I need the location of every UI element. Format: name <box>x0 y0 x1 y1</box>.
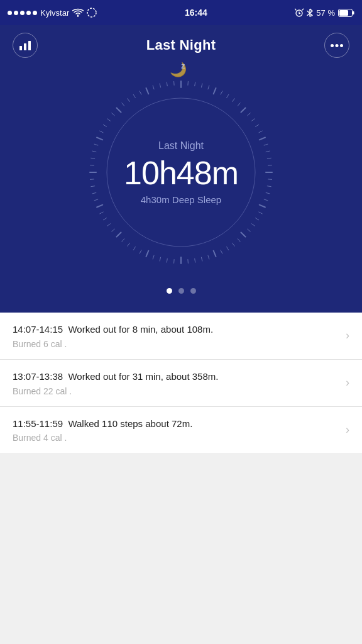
chevron-right-icon-1: › <box>346 329 349 342</box>
activity-description-1: 14:07-14:15 Worked out for 8 min, about … <box>13 323 339 336</box>
page-dot-3[interactable] <box>190 288 196 294</box>
svg-line-58 <box>146 251 149 257</box>
activity-list: 14:07-14:15 Worked out for 8 min, about … <box>0 313 362 453</box>
sleep-label: Last Night <box>124 140 238 152</box>
svg-line-65 <box>107 224 111 226</box>
svg-line-83 <box>116 108 121 112</box>
svg-line-56 <box>160 257 160 261</box>
status-right: 57 % <box>295 8 354 18</box>
activity-description-3: 11:55-11:59 Walked 110 steps about 72m. <box>13 417 339 431</box>
svg-line-20 <box>227 94 229 97</box>
svg-line-64 <box>112 229 115 231</box>
svg-line-43 <box>241 232 245 236</box>
svg-line-57 <box>153 255 154 259</box>
svg-line-36 <box>266 192 270 193</box>
page-dot-2[interactable] <box>178 288 184 294</box>
svg-line-69 <box>94 199 98 201</box>
alarm-icon <box>295 8 304 17</box>
svg-point-8 <box>331 44 334 47</box>
more-button[interactable] <box>324 33 349 58</box>
svg-line-77 <box>94 144 98 145</box>
svg-line-86 <box>133 94 135 97</box>
svg-line-71 <box>91 186 95 187</box>
activity-item-1[interactable]: 14:07-14:15 Worked out for 8 min, about … <box>0 313 362 360</box>
activity-calories-2: Burned 22 cal . <box>13 386 339 396</box>
app-header: Last Night <box>0 25 362 65</box>
svg-rect-6 <box>24 43 26 50</box>
svg-rect-4 <box>339 10 348 16</box>
svg-line-88 <box>146 88 149 94</box>
deep-sleep-label: 4h30m Deep Sleep <box>124 194 238 205</box>
sleep-moon-icon: 🌙 z <box>170 60 192 82</box>
svg-line-50 <box>201 257 202 261</box>
svg-line-48 <box>214 251 216 257</box>
svg-line-19 <box>221 91 222 94</box>
svg-line-61 <box>128 243 130 246</box>
signal-dots <box>8 11 37 15</box>
bluetooth-icon <box>307 8 313 17</box>
svg-rect-7 <box>28 41 31 50</box>
svg-line-31 <box>267 158 271 158</box>
svg-line-60 <box>133 247 135 250</box>
svg-line-84 <box>122 103 124 106</box>
activity-description-2: 13:07-13:38 Worked out for 31 min, about… <box>13 370 339 384</box>
svg-line-62 <box>122 239 124 242</box>
svg-line-27 <box>259 131 262 133</box>
svg-line-66 <box>103 218 106 220</box>
svg-line-89 <box>153 86 154 89</box>
svg-line-22 <box>238 103 240 106</box>
battery-icon <box>338 9 354 17</box>
svg-line-82 <box>112 113 115 116</box>
svg-line-76 <box>92 151 96 152</box>
svg-rect-3 <box>353 11 354 14</box>
activity-text-3: 11:55-11:59 Walked 110 steps about 72m. … <box>13 417 339 443</box>
svg-line-35 <box>267 186 271 187</box>
svg-line-85 <box>128 99 130 102</box>
svg-line-21 <box>233 99 235 102</box>
page-dot-1[interactable] <box>167 288 172 294</box>
svg-point-9 <box>336 44 339 47</box>
svg-line-26 <box>256 125 259 126</box>
sleep-duration: 10h48m <box>124 157 238 189</box>
svg-line-41 <box>251 224 255 226</box>
chart-button[interactable] <box>13 33 38 58</box>
svg-rect-5 <box>19 46 22 50</box>
sleep-section: 🌙 z /* ticks generated by JS below */ La… <box>0 65 362 313</box>
svg-line-37 <box>264 199 268 201</box>
more-icon <box>331 44 343 47</box>
svg-line-47 <box>221 250 222 253</box>
svg-line-45 <box>233 243 235 246</box>
svg-line-67 <box>100 212 103 214</box>
svg-line-46 <box>227 247 229 250</box>
svg-line-23 <box>241 108 245 112</box>
svg-line-42 <box>248 229 251 231</box>
svg-line-70 <box>92 192 96 193</box>
svg-line-16 <box>201 84 202 87</box>
svg-line-49 <box>208 255 209 259</box>
status-left: Kyivstar <box>8 8 97 18</box>
svg-line-38 <box>260 205 265 208</box>
svg-line-17 <box>208 86 209 89</box>
activity-item-2[interactable]: 13:07-13:38 Worked out for 31 min, about… <box>0 360 362 407</box>
activity-icon <box>87 8 97 18</box>
chevron-right-icon-2: › <box>346 376 349 389</box>
svg-line-91 <box>167 82 167 86</box>
chart-icon <box>19 40 31 51</box>
svg-line-55 <box>167 258 167 262</box>
battery-percent: 57 % <box>316 8 335 18</box>
svg-line-78 <box>97 138 102 140</box>
svg-line-30 <box>266 151 270 152</box>
svg-line-25 <box>251 119 255 121</box>
activity-calories-1: Burned 6 cal . <box>13 339 339 349</box>
activity-calories-3: Burned 4 cal . <box>13 433 339 443</box>
activity-text-1: 14:07-14:15 Worked out for 8 min, about … <box>13 323 339 349</box>
svg-line-28 <box>260 138 265 140</box>
svg-line-24 <box>248 113 251 116</box>
svg-line-81 <box>107 119 111 121</box>
svg-line-75 <box>91 158 95 158</box>
svg-line-63 <box>116 232 121 236</box>
page-title: Last Night <box>146 37 216 53</box>
activity-item-3[interactable]: 11:55-11:59 Walked 110 steps about 72m. … <box>0 407 362 453</box>
svg-line-40 <box>256 218 259 220</box>
svg-line-79 <box>100 131 103 133</box>
